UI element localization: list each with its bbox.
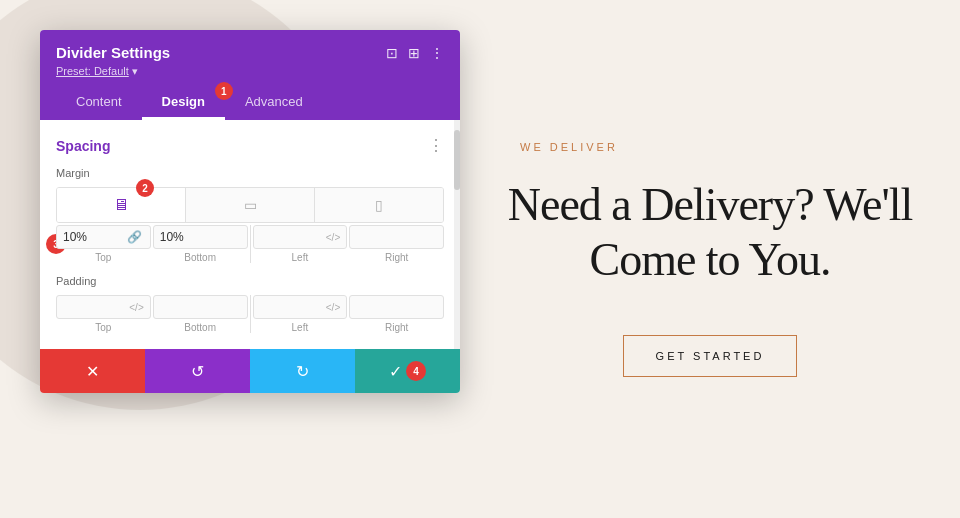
padding-bottom-input[interactable] xyxy=(160,300,241,314)
margin-inputs: 🔗 Top Bottom </> Left xyxy=(56,225,444,263)
get-started-button[interactable]: GET STARTED xyxy=(623,335,798,377)
headline-line1: Need a Delivery? We'll xyxy=(508,179,913,230)
padding-bottom-wrap xyxy=(153,295,248,319)
save-btn-content: ✓ 4 xyxy=(389,361,426,381)
margin-right-label: Right xyxy=(385,252,408,263)
badge-4: 4 xyxy=(406,361,426,381)
spacing-menu-icon[interactable]: ⋮ xyxy=(428,136,444,155)
badge-2: 2 xyxy=(136,179,154,197)
padding-top-label: Top xyxy=(95,322,111,333)
save-button[interactable]: ✓ 4 xyxy=(355,349,460,393)
reset-icon: ↺ xyxy=(191,362,204,381)
divider-settings-panel: Divider Settings ⊡ ⊞ ⋮ Preset: Default ▾… xyxy=(40,30,460,393)
panel-body: Spacing ⋮ Margin 🖥 ▭ ▯ 2 3 xyxy=(40,120,460,349)
padding-left-input[interactable] xyxy=(260,300,326,314)
panel-header-top: Divider Settings ⊡ ⊞ ⋮ xyxy=(56,44,444,61)
padding-top-input[interactable] xyxy=(63,300,129,314)
panel-header: Divider Settings ⊡ ⊞ ⋮ Preset: Default ▾… xyxy=(40,30,460,120)
cancel-icon: ✕ xyxy=(86,362,99,381)
padding-right-wrap xyxy=(349,295,444,319)
margin-left-custom-icon: </> xyxy=(326,232,340,243)
margin-inputs-row: 3 🔗 Top Bottom xyxy=(56,225,444,263)
desktop-icon: 🖥 xyxy=(113,196,129,214)
margin-right-wrap xyxy=(349,225,444,249)
headline: Need a Delivery? We'll Come to You. xyxy=(508,177,913,287)
grid-icon[interactable]: ⊞ xyxy=(408,45,420,61)
tablet-icon: ▭ xyxy=(244,197,257,213)
margin-left-label: Left xyxy=(292,252,309,263)
panel-title: Divider Settings xyxy=(56,44,170,61)
margin-right-group: Right xyxy=(349,225,444,263)
margin-left-wrap: </> xyxy=(253,225,348,249)
padding-right-group: Right xyxy=(349,295,444,333)
tab-design[interactable]: Design 1 xyxy=(142,86,225,120)
margin-bottom-group: Bottom xyxy=(153,225,248,263)
padding-label: Padding xyxy=(56,275,444,287)
padding-right-label: Right xyxy=(385,322,408,333)
panel-header-icons: ⊡ ⊞ ⋮ xyxy=(386,45,444,61)
padding-section: Padding </> Top Bottom xyxy=(56,275,444,333)
margin-bottom-input[interactable] xyxy=(160,230,241,244)
margin-bottom-wrap xyxy=(153,225,248,249)
margin-top-group: 🔗 Top xyxy=(56,225,151,263)
redo-icon: ↻ xyxy=(296,362,309,381)
headline-line2: Come to You. xyxy=(589,234,830,285)
tab-content[interactable]: Content xyxy=(56,86,142,120)
reset-button[interactable]: ↺ xyxy=(145,349,250,393)
padding-bottom-group: Bottom xyxy=(153,295,248,333)
device-tab-tablet[interactable]: ▭ xyxy=(186,188,315,222)
padding-divider xyxy=(250,295,251,333)
link-icon: 🔗 xyxy=(127,230,142,244)
we-deliver-label: WE DELIVER xyxy=(520,141,618,153)
scroll-indicator xyxy=(454,120,460,349)
cancel-button[interactable]: ✕ xyxy=(40,349,145,393)
tab-advanced[interactable]: Advanced xyxy=(225,86,323,120)
more-icon[interactable]: ⋮ xyxy=(430,45,444,61)
padding-top-custom-icon: </> xyxy=(129,302,143,313)
margin-bottom-label: Bottom xyxy=(184,252,216,263)
padding-left-wrap: </> xyxy=(253,295,348,319)
margin-divider xyxy=(250,225,251,263)
padding-left-custom-icon: </> xyxy=(326,302,340,313)
panel-tabs: Content Design 1 Advanced xyxy=(56,86,444,120)
panel-footer: ✕ ↺ ↻ ✓ 4 xyxy=(40,349,460,393)
padding-right-input[interactable] xyxy=(356,300,437,314)
device-tab-desktop[interactable]: 🖥 xyxy=(57,188,186,222)
redo-button[interactable]: ↻ xyxy=(250,349,355,393)
scroll-thumb[interactable] xyxy=(454,130,460,190)
margin-top-input[interactable] xyxy=(63,230,125,244)
padding-bottom-label: Bottom xyxy=(184,322,216,333)
padding-top-group: </> Top xyxy=(56,295,151,333)
padding-left-label: Left xyxy=(292,322,309,333)
margin-top-wrap: 🔗 xyxy=(56,225,151,249)
device-tabs: 🖥 ▭ ▯ xyxy=(56,187,444,223)
padding-top-wrap: </> xyxy=(56,295,151,319)
padding-inputs: </> Top Bottom </> Left xyxy=(56,295,444,333)
save-icon: ✓ xyxy=(389,362,402,381)
margin-left-group: </> Left xyxy=(253,225,348,263)
margin-top-label: Top xyxy=(95,252,111,263)
right-content-area: WE DELIVER Need a Delivery? We'll Come t… xyxy=(460,0,960,518)
margin-right-input[interactable] xyxy=(356,230,437,244)
margin-label: Margin xyxy=(56,167,444,179)
preset-label: Preset: Default ▾ xyxy=(56,65,444,78)
margin-left-input[interactable] xyxy=(260,230,326,244)
padding-left-group: </> Left xyxy=(253,295,348,333)
mobile-icon: ▯ xyxy=(375,197,383,213)
resize-icon[interactable]: ⊡ xyxy=(386,45,398,61)
spacing-section-header: Spacing ⋮ xyxy=(56,136,444,155)
device-tab-mobile[interactable]: ▯ xyxy=(315,188,443,222)
spacing-title: Spacing xyxy=(56,138,110,154)
